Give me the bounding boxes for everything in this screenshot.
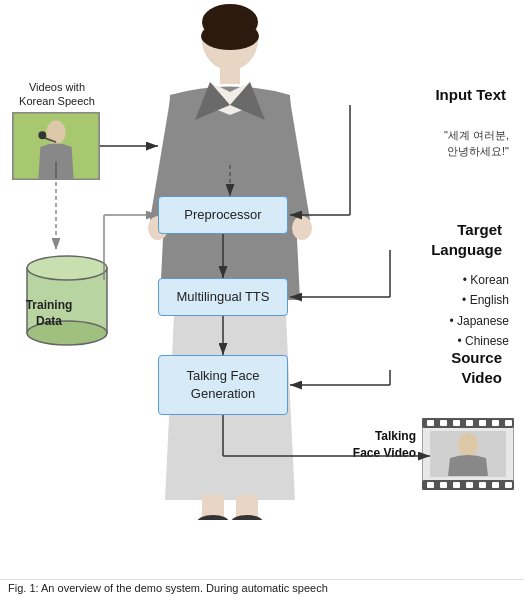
person-figure (140, 0, 320, 520)
diagram-container: Videos withKorean Speech (0, 0, 524, 560)
preprocessor-box: Preprocessor (158, 196, 288, 234)
input-text-value: "세계 여러분,안녕하세요!" (444, 110, 509, 160)
talking-face-generation-box: Talking Face Generation (158, 355, 288, 415)
talking-face-video-label: TalkingFace Video (353, 428, 416, 462)
cylinder-label: TrainingData (8, 298, 90, 329)
svg-point-18 (27, 256, 107, 280)
svg-point-2 (201, 22, 259, 50)
svg-rect-24 (453, 420, 460, 426)
svg-point-9 (231, 515, 263, 520)
input-text-label: Input Text (435, 86, 506, 103)
tts-box: Multilingual TTS (158, 278, 288, 316)
language-item-japanese: Japanese (449, 311, 509, 331)
svg-rect-30 (440, 482, 447, 488)
svg-rect-25 (466, 420, 473, 426)
svg-rect-28 (505, 420, 512, 426)
svg-rect-29 (427, 482, 434, 488)
language-item-korean: Korean (449, 270, 509, 290)
language-list: Korean English Japanese Chinese (449, 270, 509, 352)
svg-point-7 (292, 216, 312, 240)
svg-rect-33 (479, 482, 486, 488)
svg-point-8 (197, 515, 229, 520)
caption: Fig. 1: An overview of the demo system. … (0, 579, 524, 596)
svg-rect-3 (220, 66, 240, 84)
svg-rect-32 (466, 482, 473, 488)
svg-rect-26 (479, 420, 486, 426)
source-video-label: SourceVideo (451, 348, 502, 387)
svg-rect-27 (492, 420, 499, 426)
svg-rect-34 (492, 482, 499, 488)
video-label: Videos withKorean Speech (12, 80, 102, 109)
language-item-english: English (449, 290, 509, 310)
talking-face-video-thumbnail (422, 418, 514, 490)
svg-rect-35 (505, 482, 512, 488)
svg-rect-22 (427, 420, 434, 426)
svg-rect-23 (440, 420, 447, 426)
svg-rect-31 (453, 482, 460, 488)
target-language-label: TargetLanguage (431, 220, 502, 259)
svg-point-37 (458, 433, 478, 457)
video-thumbnail (12, 112, 100, 180)
svg-point-13 (38, 131, 46, 139)
